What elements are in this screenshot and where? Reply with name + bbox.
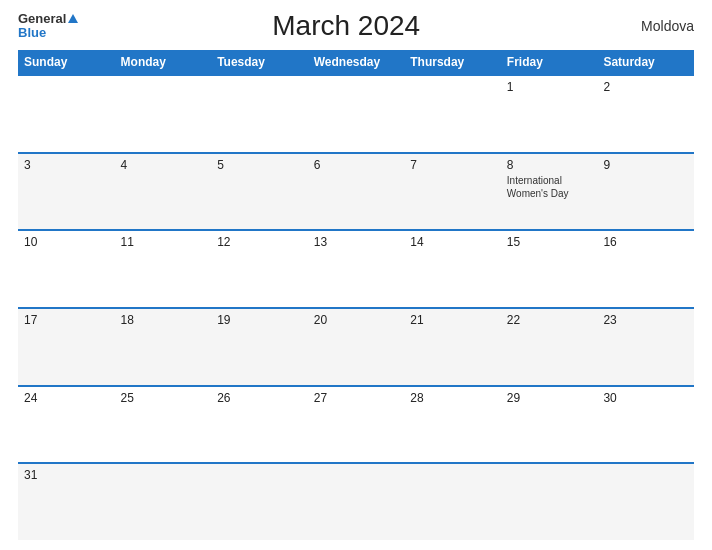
day-number: 28 (410, 391, 495, 405)
calendar-header: General Blue March 2024 Moldova (18, 10, 694, 42)
day-number: 20 (314, 313, 399, 327)
calendar-row-2: 345678International Women's Day9 (18, 152, 694, 230)
calendar-cell: 9 (597, 154, 694, 230)
day-number: 7 (410, 158, 495, 172)
day-number: 29 (507, 391, 592, 405)
calendar-cell: 18 (115, 309, 212, 385)
day-number: 4 (121, 158, 206, 172)
calendar-cell: 10 (18, 231, 115, 307)
calendar-cell (501, 464, 598, 540)
calendar-cell (597, 464, 694, 540)
weekday-header-tuesday: Tuesday (211, 50, 308, 74)
calendar-cell: 15 (501, 231, 598, 307)
day-number: 24 (24, 391, 109, 405)
calendar-cell: 7 (404, 154, 501, 230)
weekday-header-wednesday: Wednesday (308, 50, 405, 74)
calendar-cell (404, 76, 501, 152)
day-number: 21 (410, 313, 495, 327)
day-number: 22 (507, 313, 592, 327)
logo: General Blue (18, 12, 78, 41)
calendar-weekday-header: SundayMondayTuesdayWednesdayThursdayFrid… (18, 50, 694, 74)
day-number: 8 (507, 158, 592, 172)
weekday-header-sunday: Sunday (18, 50, 115, 74)
day-number: 1 (507, 80, 592, 94)
day-number: 25 (121, 391, 206, 405)
day-number: 16 (603, 235, 688, 249)
logo-blue-text: Blue (18, 26, 78, 40)
calendar-cell: 8International Women's Day (501, 154, 598, 230)
calendar-cell (211, 76, 308, 152)
day-number: 10 (24, 235, 109, 249)
day-number: 11 (121, 235, 206, 249)
day-number: 2 (603, 80, 688, 94)
day-number: 18 (121, 313, 206, 327)
calendar: SundayMondayTuesdayWednesdayThursdayFrid… (18, 50, 694, 540)
calendar-cell: 4 (115, 154, 212, 230)
calendar-cell: 2 (597, 76, 694, 152)
day-number: 23 (603, 313, 688, 327)
calendar-cell: 21 (404, 309, 501, 385)
calendar-cell: 3 (18, 154, 115, 230)
calendar-cell: 14 (404, 231, 501, 307)
calendar-cell: 29 (501, 387, 598, 463)
day-number: 30 (603, 391, 688, 405)
calendar-cell (18, 76, 115, 152)
day-number: 31 (24, 468, 109, 482)
calendar-cell: 26 (211, 387, 308, 463)
calendar-cell: 24 (18, 387, 115, 463)
calendar-row-1: 12 (18, 74, 694, 152)
calendar-cell: 27 (308, 387, 405, 463)
day-number: 15 (507, 235, 592, 249)
calendar-cell: 22 (501, 309, 598, 385)
calendar-cell (115, 464, 212, 540)
calendar-cell: 12 (211, 231, 308, 307)
calendar-cell: 30 (597, 387, 694, 463)
calendar-cell: 23 (597, 309, 694, 385)
calendar-cell (308, 76, 405, 152)
calendar-cell: 5 (211, 154, 308, 230)
day-number: 14 (410, 235, 495, 249)
weekday-header-saturday: Saturday (597, 50, 694, 74)
calendar-cell (308, 464, 405, 540)
calendar-cell: 31 (18, 464, 115, 540)
calendar-cell: 6 (308, 154, 405, 230)
page: General Blue March 2024 Moldova SundayMo… (0, 0, 712, 550)
logo-triangle-icon (68, 14, 78, 23)
day-number: 6 (314, 158, 399, 172)
day-number: 12 (217, 235, 302, 249)
calendar-cell: 20 (308, 309, 405, 385)
calendar-cell: 17 (18, 309, 115, 385)
holiday-name: International Women's Day (507, 174, 592, 200)
calendar-cell: 11 (115, 231, 212, 307)
calendar-body: 12345678International Women's Day9101112… (18, 74, 694, 540)
calendar-cell (404, 464, 501, 540)
weekday-header-friday: Friday (501, 50, 598, 74)
calendar-row-3: 10111213141516 (18, 229, 694, 307)
weekday-header-monday: Monday (115, 50, 212, 74)
calendar-cell: 1 (501, 76, 598, 152)
calendar-cell: 19 (211, 309, 308, 385)
country-label: Moldova (614, 18, 694, 34)
day-number: 19 (217, 313, 302, 327)
calendar-row-5: 24252627282930 (18, 385, 694, 463)
calendar-cell: 25 (115, 387, 212, 463)
calendar-row-6: 31 (18, 462, 694, 540)
day-number: 9 (603, 158, 688, 172)
logo-general-text: General (18, 12, 78, 26)
weekday-header-thursday: Thursday (404, 50, 501, 74)
day-number: 13 (314, 235, 399, 249)
calendar-cell (115, 76, 212, 152)
day-number: 27 (314, 391, 399, 405)
day-number: 5 (217, 158, 302, 172)
day-number: 17 (24, 313, 109, 327)
calendar-cell: 28 (404, 387, 501, 463)
calendar-cell: 13 (308, 231, 405, 307)
calendar-title: March 2024 (78, 10, 614, 42)
day-number: 3 (24, 158, 109, 172)
calendar-cell: 16 (597, 231, 694, 307)
calendar-cell (211, 464, 308, 540)
calendar-row-4: 17181920212223 (18, 307, 694, 385)
day-number: 26 (217, 391, 302, 405)
